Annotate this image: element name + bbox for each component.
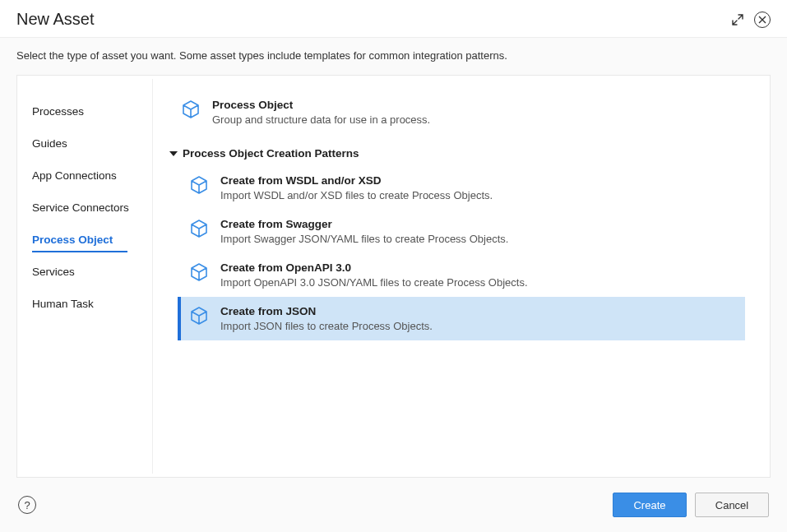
close-icon[interactable] <box>754 12 771 28</box>
asset-row-swagger[interactable]: Create from Swagger Import Swagger JSON/… <box>178 210 745 253</box>
sidebar-item-service-connectors[interactable]: Service Connectors <box>17 192 152 224</box>
asset-title: Create from OpenAPI 3.0 <box>220 261 528 274</box>
asset-type-sidebar: Processes Guides App Connections Service… <box>17 79 153 474</box>
asset-title: Create from WSDL and/or XSD <box>220 174 493 187</box>
cube-icon <box>189 175 209 195</box>
main-panel: Processes Guides App Connections Service… <box>16 75 771 478</box>
expand-icon[interactable] <box>729 12 746 28</box>
header-actions <box>729 12 771 28</box>
sidebar-item-human-task[interactable]: Human Task <box>17 288 152 320</box>
asset-text: Create from JSON Import JSON files to cr… <box>220 305 433 332</box>
sidebar-item-process-object[interactable]: Process Object <box>17 224 152 256</box>
asset-content: Process Object Group and structure data … <box>153 76 770 477</box>
sidebar-item-services[interactable]: Services <box>17 256 152 288</box>
dialog-title: New Asset <box>16 10 94 29</box>
caret-down-icon <box>169 151 178 156</box>
asset-row-json[interactable]: Create from JSON Import JSON files to cr… <box>178 297 745 340</box>
asset-desc: Import Swagger JSON/YAML files to create… <box>220 233 508 245</box>
section-header-patterns[interactable]: Process Object Creation Patterns <box>169 134 745 166</box>
patterns-list: Create from WSDL and/or XSD Import WSDL … <box>169 166 745 340</box>
new-asset-dialog: New Asset Select the type of asset you w… <box>0 0 787 532</box>
sidebar-item-processes[interactable]: Processes <box>17 95 152 127</box>
asset-title: Create from Swagger <box>220 218 508 230</box>
cube-icon <box>189 262 209 282</box>
footer-buttons: Create Cancel <box>613 493 769 517</box>
help-icon[interactable]: ? <box>18 496 36 514</box>
sidebar-item-guides[interactable]: Guides <box>17 127 152 160</box>
create-button[interactable]: Create <box>613 493 687 517</box>
cube-icon <box>189 306 209 326</box>
cancel-button[interactable]: Cancel <box>695 493 769 517</box>
section-title: Process Object Creation Patterns <box>183 147 359 160</box>
asset-text: Create from OpenAPI 3.0 Import OpenAPI 3… <box>220 261 528 289</box>
asset-desc: Import OpenAPI 3.0 JSON/YAML files to cr… <box>220 276 528 289</box>
asset-title: Process Object <box>212 99 430 111</box>
sidebar-item-app-connections[interactable]: App Connections <box>17 160 152 192</box>
asset-text: Create from WSDL and/or XSD Import WSDL … <box>220 174 493 201</box>
asset-desc: Import WSDL and/or XSD files to create P… <box>220 189 493 201</box>
dialog-footer: ? Create Cancel <box>0 478 787 532</box>
asset-desc: Group and structure data for use in a pr… <box>212 113 430 126</box>
dialog-body: Processes Guides App Connections Service… <box>0 75 787 478</box>
asset-row-wsdl-xsd[interactable]: Create from WSDL and/or XSD Import WSDL … <box>178 166 745 210</box>
asset-text: Create from Swagger Import Swagger JSON/… <box>220 218 508 245</box>
cube-icon <box>189 219 209 238</box>
asset-row-openapi[interactable]: Create from OpenAPI 3.0 Import OpenAPI 3… <box>178 253 745 297</box>
asset-row-process-object[interactable]: Process Object Group and structure data … <box>169 90 745 134</box>
dialog-header: New Asset <box>0 0 787 38</box>
dialog-subheader: Select the type of asset you want. Some … <box>0 38 787 75</box>
asset-text: Process Object Group and structure data … <box>212 99 430 126</box>
cube-icon <box>181 99 201 119</box>
asset-desc: Import JSON files to create Process Obje… <box>220 320 433 332</box>
asset-title: Create from JSON <box>220 305 433 317</box>
